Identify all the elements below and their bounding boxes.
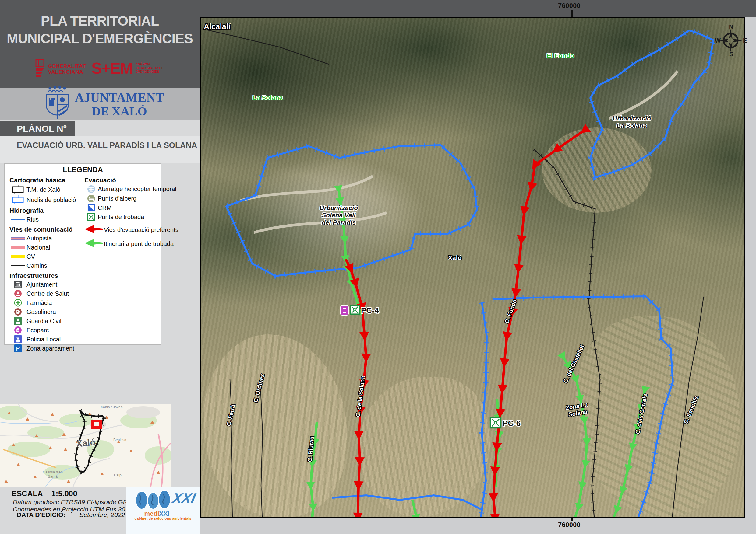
legend-right-column: Evacuació Aterratge helicòpter temporal …	[84, 174, 161, 250]
medixxi-xxi-mark: XXI	[171, 490, 197, 506]
legend-item: T.M. de Xaló	[10, 185, 83, 194]
ecoparc-icon	[340, 305, 349, 316]
legend-item-label: CRM	[98, 204, 112, 212]
autopista-line-icon	[10, 237, 26, 240]
camins-line-icon	[10, 265, 26, 266]
document-title: PLA TERRITORIAL MUNICIPAL D'EMERGÈNCIES	[0, 12, 200, 47]
legend-group-vies: Vies de comunicació	[10, 226, 83, 233]
meeting-point-icon	[490, 417, 502, 430]
document-title-line2: MUNICIPAL D'EMERGÈNCIES	[0, 30, 200, 47]
edition-row: DATA D'EDICIÓ: Setembre, 2022	[17, 511, 125, 519]
nacional-line-icon	[10, 246, 26, 249]
gva-line1: GENERALITAT	[48, 63, 86, 69]
legend-group-cartografia: Cartografia bàsica	[10, 176, 83, 184]
title-header: PLA TERRITORIAL MUNICIPAL D'EMERGÈNCIES	[0, 0, 200, 88]
evacuation-routes	[346, 130, 584, 517]
compass-n: N	[729, 23, 733, 30]
legend-item-label: Guardia Civil	[26, 318, 61, 325]
sem-agency-logo: S+EM AGÈNCIA DE SEGURETAT I EMERGÈNCIES	[92, 59, 162, 77]
urb-la-solana-line2: La Solana	[606, 122, 658, 129]
legend-item: Nacional	[10, 243, 83, 251]
legend-item: Gasolinera	[10, 308, 83, 316]
medixxi-word-xxi: XXI	[159, 510, 170, 517]
urban-roads	[240, 71, 677, 233]
legend-item-label: Autopista	[26, 235, 52, 242]
locator-label-callosa-line2: Sarrià	[48, 474, 58, 479]
itinerary-arrow-icon	[84, 238, 103, 249]
map-top-margin	[200, 0, 756, 17]
legend-item: Vies d'evacuació preferents	[84, 224, 161, 235]
meeting-point-label: PC-4	[361, 306, 379, 315]
camins-lines	[202, 29, 704, 517]
sem-agency-text: AGÈNCIA DE SEGURETAT I EMERGÈNCIES	[136, 63, 162, 74]
health-center-icon	[10, 290, 26, 297]
medixxi-wordmark: mediXXI	[126, 510, 187, 517]
legend-item: CV	[10, 253, 83, 261]
generalitat-text: GENERALITAT VALENCIANA	[48, 63, 86, 75]
legend-item-label: Punts de trobada	[98, 214, 144, 220]
medixxi-word-medi: medi	[144, 510, 159, 517]
locator-label-callosa-line1: Callosa d'en	[43, 470, 63, 474]
legend-item: Camins	[10, 262, 83, 269]
gva-line2: VALENCIANA	[48, 69, 83, 75]
cv-line-icon	[10, 255, 26, 258]
legend-item: Policia Local	[10, 335, 83, 343]
crm-icon	[84, 204, 98, 212]
legend-group-evacuacio: Evacuació	[84, 176, 161, 184]
coordinate-tick-bottom	[571, 518, 573, 521]
legend-item-label: Policia Local	[26, 336, 61, 343]
legend-item-label: Itinerari a punt de trobada	[104, 241, 174, 247]
ajuntament-line2: DE XALÓ	[74, 105, 165, 118]
locator-label-xalo: Xaló	[75, 437, 96, 449]
nuclis-boundary-icon	[10, 195, 26, 204]
legend-title: LLEGENDA	[5, 165, 161, 174]
legend: LLEGENDA Cartografia bàsica T.M. de Xaló	[4, 164, 161, 345]
helicopter-landing-icon	[84, 185, 98, 193]
legend-item: Rius	[10, 216, 83, 223]
locator-label-callosa: Callosa d'en Sarrià	[36, 470, 69, 479]
legend-item: Ajuntament	[10, 281, 83, 289]
info-panel: PLA TERRITORIAL MUNICIPAL D'EMERGÈNCIES	[0, 0, 200, 534]
medixxi-tagline: gabinet de solucions ambientals	[126, 517, 200, 520]
locator-label-benissa: Benissa	[113, 438, 126, 442]
parking-icon: P	[10, 344, 26, 352]
legend-item: Aterratge helicòpter temporal	[84, 185, 161, 193]
urb-la-solana-line1: Urbanització	[606, 115, 658, 122]
tm-boundary-icon	[10, 185, 26, 194]
ajuntament-line1: AJUNTAMENT	[74, 91, 165, 105]
legend-item-label: Zona aparcament	[26, 345, 74, 352]
compass-s: S	[729, 51, 733, 58]
utm-coordinate-top: 760000	[558, 2, 580, 10]
legend-item: Farmàcia	[10, 299, 83, 307]
legend-item-label: T.M. de Xaló	[26, 186, 60, 193]
legend-group-infraestructures: Infraestructures	[10, 272, 83, 279]
legend-item-label: Rius	[26, 216, 39, 223]
legend-item-label: Nuclis de població	[26, 196, 76, 204]
legend-group-hidrografia: Hidrografia	[10, 207, 83, 214]
legend-item: Punts d'alberg	[84, 194, 161, 203]
legend-item-label: Centre de Salut	[26, 290, 69, 297]
shelter-icon	[84, 194, 98, 203]
legend-item: Nuclis de població	[10, 195, 83, 204]
evacuation-map: Alcalalí La Solana El Fondo Urbanització…	[200, 17, 745, 518]
legend-item: P Zona aparcament	[10, 344, 83, 352]
legend-item-label: Camins	[26, 262, 47, 269]
routes-overlay	[201, 18, 743, 517]
legend-item-label: Ecoparc	[26, 327, 49, 334]
place-label-la-solana: La Solana	[253, 94, 283, 101]
guardia-civil-icon	[10, 317, 26, 325]
sem-sub2: DE SEGURETAT I	[136, 66, 162, 70]
emergency-plan-sheet: PLA TERRITORIAL MUNICIPAL D'EMERGÈNCIES	[0, 0, 756, 534]
place-label-urbanitzacio-vall-paradis: Urbanització Solana Vall del Paradís	[313, 204, 364, 226]
sem-sub1: AGÈNCIA	[136, 63, 150, 66]
ajuntament-band: AJUNTAMENT DE XALÓ	[0, 88, 200, 120]
place-label-el-fondo: El Fondo	[547, 52, 574, 59]
legend-item: CRM	[84, 204, 161, 212]
legend-item-label: Aterratge helicòpter temporal	[98, 186, 176, 192]
plan-subtitle: EVACUACIÓ URB. VALL PARADÍS I LA SOLANA	[17, 140, 197, 150]
legend-item-label: Gasolinera	[26, 309, 56, 316]
generalitat-emblem-icon	[34, 59, 46, 80]
edition-label: DATA D'EDICIÓ:	[17, 511, 66, 518]
locator-label-calp: Calp	[114, 473, 122, 477]
edition-value: Setembre, 2022	[79, 511, 125, 518]
